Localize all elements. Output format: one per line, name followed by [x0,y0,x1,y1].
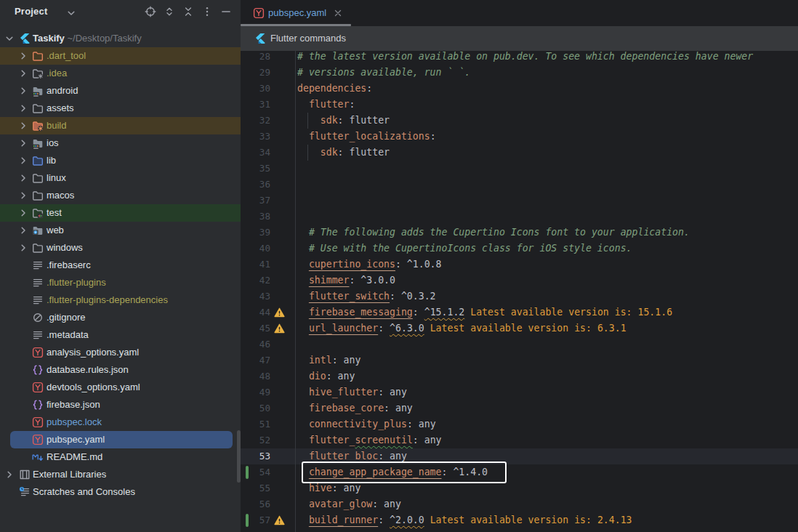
line-number: 34 [241,145,270,161]
code-line-45[interactable]: 45 url_launcher: ^6.3.0 Latest available… [241,321,798,336]
tree-item-taskify[interactable]: Taskify ~/Desktop/Taskify [0,30,241,47]
chevron-right-icon[interactable] [17,207,29,219]
tree-item-label: .gitignore [47,312,85,323]
tree-item-lib[interactable]: lib [0,152,241,169]
code-line-47[interactable]: 47 intl: any [241,352,798,368]
code-line-30[interactable]: 30dependencies: [241,81,798,97]
code-line-text: firebase_core: any [297,400,413,416]
tree-item-devtools-options-yaml[interactable]: devtools_options.yaml [0,379,241,396]
chevron-down-icon[interactable] [4,33,15,44]
chevron-right-icon[interactable] [4,469,15,480]
line-number: 55 [241,480,270,496]
chevron-right-icon[interactable] [17,155,29,166]
tree-item-metadata[interactable]: .metadata [0,326,241,344]
line-number: 49 [241,384,270,400]
line-number: 46 [241,336,270,352]
chevron-right-icon[interactable] [17,137,29,149]
code-line-43[interactable]: 43 flutter_switch: ^0.3.2 [241,289,798,305]
tree-item-linux[interactable]: linux [0,169,241,187]
code-line-33[interactable]: 33 flutter_localizations: [241,129,798,145]
tree-item-windows[interactable]: windows [0,239,241,257]
tree-item-test[interactable]: test [0,204,241,222]
flutter-commands-banner[interactable]: Flutter commands [241,26,798,51]
tree-item-android[interactable]: android [0,82,241,100]
warning-icon[interactable] [274,515,285,525]
hide-panel-icon[interactable] [220,6,232,17]
token-tv: : ^1.0.8 [395,259,442,270]
code-line-51[interactable]: 51 connectivity_plus: any [241,416,798,432]
chevron-right-icon[interactable] [17,85,29,97]
code-line-50[interactable]: 50 firebase_core: any [241,400,798,416]
tree-item-readme-md[interactable]: README.md [0,448,241,466]
tree-item-flutter-plugins[interactable]: .flutter-plugins [0,274,241,291]
locate-file-icon[interactable] [145,6,156,17]
token-tk: sdk [321,147,338,158]
warning-icon[interactable] [274,323,285,334]
chevron-right-icon[interactable] [17,120,29,132]
code-line-36[interactable]: 36 [241,177,798,193]
chevron-right-icon[interactable] [17,172,29,184]
code-line-52[interactable]: 52 flutter_screenutil: any [241,432,798,448]
code-line-40[interactable]: 40 # Use with the CupertinoIcons class f… [241,241,798,257]
tree-item-macos[interactable]: macos [0,187,241,204]
token-tv: : [378,515,390,525]
code-line-56[interactable]: 56 avatar_glow: any [241,496,798,512]
code-line-38[interactable]: 38 [241,209,798,225]
code-line-34[interactable]: 34 sdk: flutter [241,145,798,161]
chevron-right-icon[interactable] [17,242,29,254]
chevron-right-icon[interactable] [17,190,29,201]
token-tv: : [349,99,355,110]
chevron-right-icon[interactable] [17,50,29,62]
code-line-49[interactable]: 49 hive_flutter: any [241,384,798,400]
code-line-39[interactable]: 39 # The following adds the Cupertino Ic… [241,225,798,241]
tree-item-dart-tool[interactable]: .dart_tool [0,47,241,65]
chevron-down-icon[interactable] [65,7,77,19]
line-number: 32 [241,113,270,129]
chevron-right-icon[interactable] [17,102,29,114]
tree-item-gitignore[interactable]: .gitignore [0,309,241,326]
tree-item-database-rules-json[interactable]: database.rules.json [0,361,241,379]
token-tv [297,483,309,493]
line-number: 52 [241,432,270,448]
close-icon[interactable] [333,8,343,18]
tree-item-build[interactable]: build [0,117,241,134]
more-options-icon[interactable] [201,6,213,17]
tree-item-scratches-and-consoles[interactable]: Scratches and Consoles [0,483,241,501]
warning-icon[interactable] [274,307,285,318]
code-line-35[interactable]: 35 [241,161,798,177]
tree-item-pubspec-yaml[interactable]: pubspec.yaml [0,431,241,448]
tree-item-assets[interactable]: assets [0,100,241,117]
code-line-44[interactable]: 44 firebase_messaging: ^15.1.2 Latest av… [241,305,798,321]
project-panel-title[interactable]: Project [15,6,47,17]
line-number: 41 [241,257,270,273]
chevron-right-icon[interactable] [17,225,29,236]
code-line-48[interactable]: 48 dio: any [241,368,798,384]
code-editor[interactable]: 28# the latest version available on pub.… [241,0,798,532]
code-line-37[interactable]: 37 [241,193,798,209]
tree-item-label: android [47,85,78,97]
code-line-text: flutter_switch: ^0.3.2 [297,289,436,305]
tree-item-label: lib [47,155,56,166]
tree-item-firebase-json[interactable]: firebase.json [0,396,241,414]
tab-pubspec-yaml[interactable]: pubspec.yaml [241,0,351,26]
tree-item-analysis-options-yaml[interactable]: analysis_options.yaml [0,344,241,361]
code-line-29[interactable]: 29# versions available, run ` `. [241,65,798,81]
tree-item-idea[interactable]: .idea [0,65,241,82]
code-line-42[interactable]: 42 shimmer: ^3.0.0 [241,273,798,289]
token-th: Latest available version is: 15.1.6 [464,307,672,318]
token-tv [297,291,309,302]
collapse-all-icon[interactable] [182,6,194,17]
code-line-57[interactable]: 57 build_runner: ^2.0.0 Latest available… [241,512,798,528]
tree-item-ios[interactable]: ios [0,134,241,152]
tree-item-web[interactable]: web [0,222,241,239]
expand-all-icon[interactable] [164,6,175,17]
code-line-46[interactable]: 46 [241,336,798,352]
tree-item-external-libraries[interactable]: External Libraries [0,466,241,483]
code-line-41[interactable]: 41 cupertino_icons: ^1.0.8 [241,257,798,273]
code-line-32[interactable]: 32 sdk: flutter [241,113,798,129]
tree-item-pubspec-lock[interactable]: pubspec.lock [0,414,241,431]
tree-item-flutter-plugins-dependencies[interactable]: .flutter-plugins-dependencies [0,291,241,309]
tree-item-firebaserc[interactable]: .firebaserc [0,257,241,274]
code-line-31[interactable]: 31 flutter: [241,97,798,113]
chevron-right-icon[interactable] [17,68,29,79]
